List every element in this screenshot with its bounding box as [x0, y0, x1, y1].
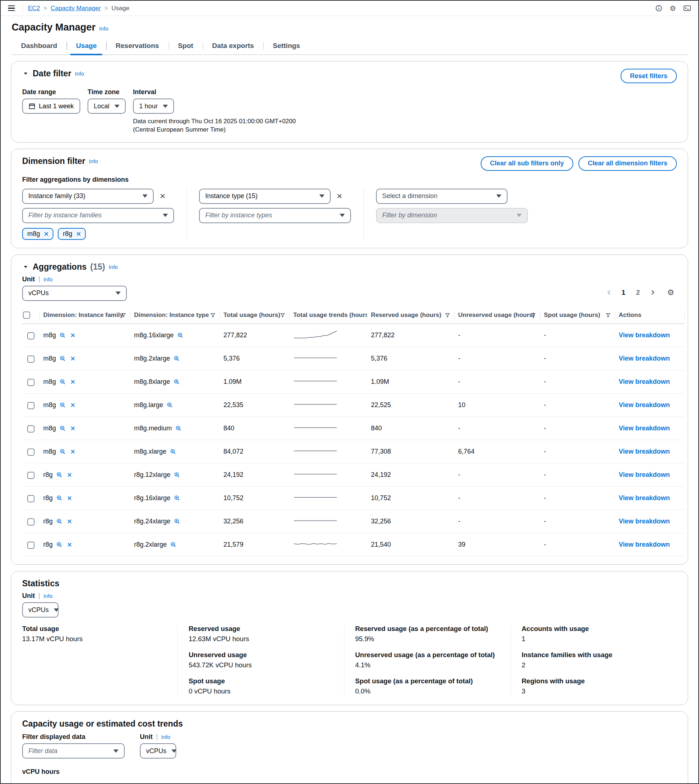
filter-data-select[interactable]: Filter data	[22, 743, 124, 759]
tab-usage[interactable]: Usage	[66, 38, 106, 55]
filter-icon[interactable]	[606, 312, 611, 318]
date-filter-info-link[interactable]: Info	[75, 70, 84, 77]
zoom-in-icon[interactable]	[169, 448, 177, 455]
dismiss-icon[interactable]	[70, 448, 76, 455]
collapse-caret-icon[interactable]	[22, 264, 29, 270]
instance-type-filter-select[interactable]: Filter by instance types	[199, 208, 351, 223]
statistics-unit-select[interactable]: vCPUs	[22, 602, 58, 618]
row-checkbox[interactable]	[27, 472, 35, 479]
hamburger-menu-icon[interactable]	[8, 3, 17, 13]
interval-select[interactable]: 1 hour	[133, 98, 174, 114]
token-dismiss-icon[interactable]	[44, 231, 49, 237]
tab-reservations[interactable]: Reservations	[106, 38, 168, 55]
zoom-in-icon[interactable]	[173, 494, 181, 502]
zoom-in-icon[interactable]	[56, 494, 63, 502]
filter-icon[interactable]	[121, 312, 126, 318]
page-1-button[interactable]: 1	[617, 286, 629, 299]
view-breakdown-link[interactable]: View breakdown	[619, 332, 670, 339]
remove-dimension-icon[interactable]	[336, 192, 343, 200]
zoom-in-icon[interactable]	[173, 378, 181, 385]
token-dismiss-icon[interactable]	[76, 231, 81, 237]
dismiss-icon[interactable]	[70, 355, 76, 362]
tab-dashboard[interactable]: Dashboard	[12, 38, 66, 55]
row-checkbox[interactable]	[27, 332, 35, 339]
zoom-in-icon[interactable]	[173, 471, 181, 479]
view-breakdown-link[interactable]: View breakdown	[619, 378, 670, 385]
tab-spot[interactable]: Spot	[169, 38, 203, 55]
dismiss-icon[interactable]	[66, 541, 73, 548]
zoom-in-icon[interactable]	[166, 401, 174, 409]
view-breakdown-link[interactable]: View breakdown	[619, 401, 670, 409]
page-2-button[interactable]: 2	[632, 286, 644, 299]
tab-data-exports[interactable]: Data exports	[203, 38, 263, 55]
previous-page-icon[interactable]	[603, 286, 615, 299]
cloudshell-icon[interactable]	[683, 5, 691, 12]
dimension-filter-info-link[interactable]: Info	[89, 158, 98, 164]
aggregations-info-link[interactable]: Info	[109, 264, 118, 270]
time-zone-select[interactable]: Local	[88, 98, 126, 114]
view-breakdown-link[interactable]: View breakdown	[619, 494, 670, 502]
zoom-in-icon[interactable]	[59, 378, 66, 385]
unit-select[interactable]: vCPUs	[22, 286, 127, 301]
filter-icon[interactable]	[210, 312, 215, 318]
select-all-checkbox[interactable]	[23, 312, 30, 319]
dismiss-icon[interactable]	[66, 495, 73, 502]
dimension-select-instance-type[interactable]: Instance type (15)	[199, 189, 331, 204]
row-checkbox[interactable]	[27, 425, 35, 432]
unit-info-link[interactable]: Info	[161, 734, 171, 740]
view-breakdown-link[interactable]: View breakdown	[619, 448, 670, 455]
view-breakdown-link[interactable]: View breakdown	[619, 355, 670, 362]
collapse-caret-icon[interactable]	[22, 71, 29, 76]
dismiss-icon[interactable]	[66, 518, 73, 525]
next-page-icon[interactable]	[646, 286, 659, 299]
view-breakdown-link[interactable]: View breakdown	[619, 518, 670, 525]
unit-info-link[interactable]: Info	[44, 276, 53, 282]
row-checkbox[interactable]	[27, 518, 35, 526]
dimension-select-instance-family[interactable]: Instance family (33)	[22, 189, 154, 204]
clear-dimension-filters-button[interactable]: Clear all dimension filters	[578, 156, 677, 171]
clear-sub-filters-button[interactable]: Clear all sub filters only	[480, 156, 573, 171]
zoom-in-icon[interactable]	[59, 355, 66, 362]
row-checkbox[interactable]	[27, 495, 35, 502]
dismiss-icon[interactable]	[70, 425, 76, 432]
row-checkbox[interactable]	[27, 448, 35, 456]
zoom-in-icon[interactable]	[59, 401, 66, 409]
dismiss-icon[interactable]	[66, 472, 73, 478]
zoom-in-icon[interactable]	[56, 471, 63, 479]
unit-info-link[interactable]: Info	[44, 593, 53, 599]
breadcrumb-link-ec2[interactable]: EC2	[28, 5, 40, 12]
info-icon[interactable]	[655, 5, 662, 12]
dismiss-icon[interactable]	[70, 332, 76, 339]
remove-dimension-icon[interactable]	[159, 192, 166, 200]
zoom-in-icon[interactable]	[173, 355, 181, 362]
zoom-in-icon[interactable]	[173, 518, 181, 525]
page-info-link[interactable]: Info	[99, 25, 108, 32]
zoom-in-icon[interactable]	[170, 541, 177, 548]
zoom-in-icon[interactable]	[59, 332, 66, 339]
row-checkbox[interactable]	[27, 379, 35, 386]
breadcrumb-link-capacity-manager[interactable]: Capacity Manager	[50, 5, 101, 12]
zoom-in-icon[interactable]	[59, 425, 66, 432]
filter-icon[interactable]	[531, 312, 536, 318]
zoom-in-icon[interactable]	[56, 518, 63, 525]
view-breakdown-link[interactable]: View breakdown	[619, 541, 670, 548]
filter-icon[interactable]	[445, 312, 450, 318]
table-settings-gear-icon[interactable]: ⚙	[664, 286, 677, 299]
view-breakdown-link[interactable]: View breakdown	[619, 425, 670, 432]
dimension-select-placeholder[interactable]: Select a dimension	[376, 189, 507, 204]
row-checkbox[interactable]	[27, 355, 35, 363]
dismiss-icon[interactable]	[70, 402, 76, 409]
dismiss-icon[interactable]	[70, 379, 76, 385]
view-breakdown-link[interactable]: View breakdown	[619, 471, 670, 478]
zoom-in-icon[interactable]	[59, 448, 66, 455]
reset-filters-button[interactable]: Reset filters	[621, 69, 677, 83]
row-checkbox[interactable]	[27, 402, 35, 409]
filter-icon[interactable]	[280, 312, 285, 318]
instance-family-filter-select[interactable]: Filter by instance families	[22, 208, 174, 223]
zoom-in-icon[interactable]	[56, 541, 63, 548]
trends-unit-select[interactable]: vCPUs	[140, 743, 176, 759]
date-range-button[interactable]: Last 1 week	[22, 98, 80, 114]
tab-settings[interactable]: Settings	[263, 38, 310, 55]
row-checkbox[interactable]	[27, 541, 35, 549]
zoom-in-icon[interactable]	[175, 425, 182, 432]
